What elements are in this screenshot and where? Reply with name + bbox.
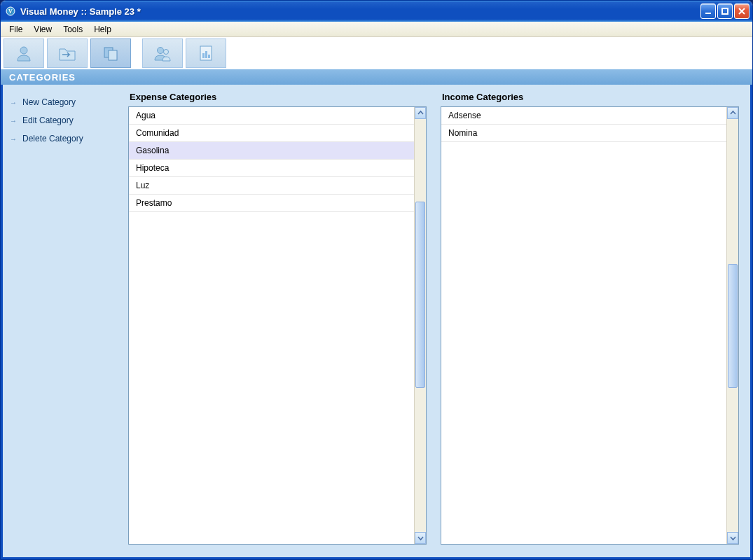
svg-point-9 <box>158 48 164 54</box>
svg-rect-3 <box>722 8 728 14</box>
svg-rect-13 <box>205 51 207 58</box>
reports-tool-button[interactable] <box>186 38 226 68</box>
list-item[interactable]: Gasolina <box>129 142 414 160</box>
toolbar-separator <box>134 41 139 66</box>
close-button[interactable] <box>734 4 749 19</box>
toolbar <box>1 37 752 69</box>
scroll-down-button[interactable] <box>415 532 426 544</box>
income-list[interactable]: Adsense Nomina <box>441 107 726 544</box>
window-controls <box>700 4 749 19</box>
minimize-icon <box>705 8 712 15</box>
arrow-icon: → <box>10 99 17 106</box>
list-item[interactable]: Prestamo <box>129 195 414 212</box>
menu-view[interactable]: View <box>28 23 57 36</box>
transactions-tool-button[interactable] <box>47 38 88 68</box>
income-panel: Income Categories Adsense Nomina <box>441 92 739 545</box>
maximize-button[interactable] <box>717 4 733 19</box>
app-icon: V <box>5 6 16 17</box>
sidebar-link-label: Delete Category <box>22 134 83 144</box>
window-title: Visual Money :: Sample 23 * <box>20 6 700 17</box>
scroll-thumb[interactable] <box>728 264 738 388</box>
stacks-icon <box>101 43 120 63</box>
menu-help[interactable]: Help <box>88 23 117 36</box>
section-title: CATEGORIES <box>9 72 76 83</box>
chevron-down-icon <box>730 535 736 541</box>
titlebar: V Visual Money :: Sample 23 * <box>1 1 752 22</box>
folder-arrow-icon <box>57 43 77 63</box>
scroll-thumb[interactable] <box>415 202 425 388</box>
list-item[interactable]: Comunidad <box>129 125 414 142</box>
expense-panel: Expense Categories Agua Comunidad Gasoli… <box>128 92 427 545</box>
close-icon <box>738 8 745 15</box>
scroll-up-button[interactable] <box>415 107 426 119</box>
list-item[interactable]: Luz <box>129 177 414 195</box>
sidebar-new-category[interactable]: → New Category <box>10 93 118 111</box>
menu-tools[interactable]: Tools <box>57 23 88 36</box>
scroll-track[interactable] <box>415 119 426 532</box>
scroll-up-button[interactable] <box>727 107 738 119</box>
user-icon <box>14 43 34 63</box>
svg-point-10 <box>164 50 169 55</box>
income-scrollbar[interactable] <box>726 107 738 544</box>
categories-tool-button[interactable] <box>90 38 131 68</box>
sidebar-link-label: Edit Category <box>22 115 74 125</box>
list-item[interactable]: Hipoteca <box>129 160 414 177</box>
chevron-up-icon <box>730 110 736 116</box>
svg-point-6 <box>20 47 27 54</box>
list-item[interactable]: Adsense <box>441 107 726 125</box>
expense-listbox: Agua Comunidad Gasolina Hipoteca Luz Pre… <box>128 106 427 545</box>
sidebar: → New Category → Edit Category → Delete … <box>3 85 125 552</box>
scroll-down-button[interactable] <box>727 532 738 544</box>
svg-text:V: V <box>8 8 13 15</box>
svg-rect-14 <box>208 55 210 58</box>
menubar: File View Tools Help <box>1 22 752 37</box>
payees-tool-button[interactable] <box>142 38 183 68</box>
sidebar-link-label: New Category <box>22 97 76 107</box>
chevron-down-icon <box>417 535 424 541</box>
svg-rect-12 <box>202 53 205 58</box>
scroll-track[interactable] <box>727 119 738 532</box>
app-window: V Visual Money :: Sample 23 * File View … <box>0 0 753 560</box>
expense-scrollbar[interactable] <box>414 107 426 544</box>
arrow-icon: → <box>10 135 17 143</box>
expense-panel-title: Expense Categories <box>128 92 427 102</box>
users-icon <box>153 43 172 63</box>
expense-list[interactable]: Agua Comunidad Gasolina Hipoteca Luz Pre… <box>129 107 414 544</box>
maximize-icon <box>721 8 728 15</box>
income-listbox: Adsense Nomina <box>441 106 739 545</box>
chevron-up-icon <box>417 110 424 116</box>
minimize-button[interactable] <box>700 4 716 19</box>
sidebar-delete-category[interactable]: → Delete Category <box>10 130 118 148</box>
accounts-tool-button[interactable] <box>4 38 44 68</box>
sidebar-edit-category[interactable]: → Edit Category <box>10 111 118 130</box>
svg-rect-2 <box>705 13 711 14</box>
doc-chart-icon <box>196 43 216 63</box>
arrow-icon: → <box>10 117 17 125</box>
menu-file[interactable]: File <box>4 23 28 36</box>
svg-rect-8 <box>109 50 117 60</box>
list-item[interactable]: Agua <box>129 107 414 125</box>
list-item[interactable]: Nomina <box>441 125 726 142</box>
content-area: → New Category → Edit Category → Delete … <box>1 85 752 559</box>
income-panel-title: Income Categories <box>441 92 739 102</box>
section-header: CATEGORIES <box>1 69 752 85</box>
panels: Expense Categories Agua Comunidad Gasoli… <box>125 85 750 552</box>
